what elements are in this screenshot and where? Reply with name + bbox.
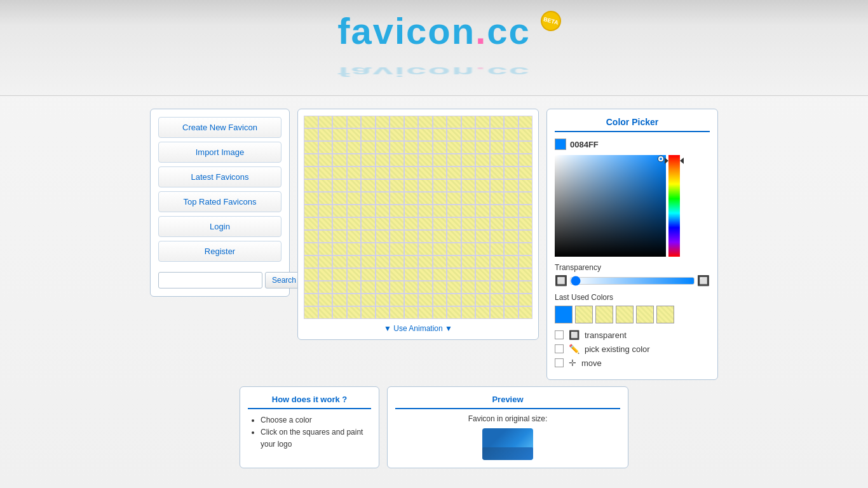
canvas-cell[interactable] <box>404 166 419 179</box>
canvas-cell[interactable] <box>475 205 490 217</box>
canvas-cell[interactable] <box>318 205 333 217</box>
canvas-cell[interactable] <box>332 192 347 205</box>
tool-checkbox-move[interactable] <box>555 358 564 367</box>
canvas-cell[interactable] <box>376 192 390 205</box>
canvas-cell[interactable] <box>461 154 476 166</box>
canvas-cell[interactable] <box>376 141 390 154</box>
animation-label[interactable]: ▼ Use Animation ▼ <box>384 324 452 333</box>
canvas-cell[interactable] <box>504 217 519 230</box>
canvas-cell[interactable] <box>475 166 490 179</box>
canvas-cell[interactable] <box>490 166 505 179</box>
canvas-cell[interactable] <box>318 192 333 205</box>
animation-bar[interactable]: ▼ Use Animation ▼ <box>381 324 455 333</box>
canvas-cell[interactable] <box>504 306 519 319</box>
canvas-cell[interactable] <box>433 243 447 255</box>
canvas-cell[interactable] <box>519 255 533 268</box>
canvas-cell[interactable] <box>490 154 505 166</box>
canvas-cell[interactable] <box>461 205 476 217</box>
canvas-cell[interactable] <box>304 294 318 306</box>
canvas-cell[interactable] <box>347 128 362 141</box>
canvas-cell[interactable] <box>519 243 533 255</box>
favicon-canvas[interactable] <box>304 116 532 319</box>
canvas-cell[interactable] <box>361 166 376 179</box>
canvas-cell[interactable] <box>390 166 404 179</box>
canvas-cell[interactable] <box>404 192 419 205</box>
canvas-cell[interactable] <box>304 166 318 179</box>
canvas-cell[interactable] <box>361 141 376 154</box>
canvas-cell[interactable] <box>390 243 404 255</box>
canvas-cell[interactable] <box>376 306 390 319</box>
canvas-cell[interactable] <box>461 243 476 255</box>
canvas-cell[interactable] <box>433 128 447 141</box>
swatch-pattern-1[interactable] <box>575 306 593 323</box>
canvas-cell[interactable] <box>376 281 390 294</box>
canvas-cell[interactable] <box>390 141 404 154</box>
canvas-cell[interactable] <box>461 166 476 179</box>
canvas-cell[interactable] <box>504 294 519 306</box>
canvas-cell[interactable] <box>447 205 461 217</box>
canvas-cell[interactable] <box>318 294 333 306</box>
canvas-cell[interactable] <box>390 268 404 281</box>
canvas-cell[interactable] <box>304 179 318 192</box>
canvas-cell[interactable] <box>447 116 461 128</box>
canvas-cell[interactable] <box>490 230 505 243</box>
canvas-cell[interactable] <box>390 255 404 268</box>
canvas-cell[interactable] <box>390 294 404 306</box>
canvas-cell[interactable] <box>519 281 533 294</box>
canvas-cell[interactable] <box>361 128 376 141</box>
canvas-cell[interactable] <box>475 306 490 319</box>
canvas-cell[interactable] <box>461 255 476 268</box>
canvas-cell[interactable] <box>461 179 476 192</box>
canvas-cell[interactable] <box>347 192 362 205</box>
swatch-pattern-5[interactable] <box>656 306 674 323</box>
canvas-cell[interactable] <box>361 281 376 294</box>
canvas-cell[interactable] <box>490 192 505 205</box>
canvas-cell[interactable] <box>376 294 390 306</box>
canvas-cell[interactable] <box>447 281 461 294</box>
canvas-cell[interactable] <box>404 154 419 166</box>
canvas-cell[interactable] <box>332 116 347 128</box>
canvas-cell[interactable] <box>519 166 533 179</box>
canvas-cell[interactable] <box>475 294 490 306</box>
canvas-cell[interactable] <box>433 154 447 166</box>
top-rated-button[interactable]: Top Rated Favicons <box>158 191 281 212</box>
canvas-cell[interactable] <box>304 128 318 141</box>
canvas-cell[interactable] <box>332 217 347 230</box>
canvas-cell[interactable] <box>504 205 519 217</box>
canvas-cell[interactable] <box>318 166 333 179</box>
canvas-cell[interactable] <box>318 154 333 166</box>
canvas-cell[interactable] <box>490 243 505 255</box>
canvas-cell[interactable] <box>504 255 519 268</box>
canvas-cell[interactable] <box>519 116 533 128</box>
canvas-cell[interactable] <box>504 154 519 166</box>
canvas-cell[interactable] <box>418 205 433 217</box>
canvas-cell[interactable] <box>347 205 362 217</box>
canvas-cell[interactable] <box>318 141 333 154</box>
latest-favicons-button[interactable]: Latest Favicons <box>158 166 281 187</box>
canvas-cell[interactable] <box>376 268 390 281</box>
canvas-cell[interactable] <box>490 116 505 128</box>
canvas-cell[interactable] <box>347 154 362 166</box>
canvas-cell[interactable] <box>461 141 476 154</box>
canvas-cell[interactable] <box>361 154 376 166</box>
canvas-cell[interactable] <box>519 154 533 166</box>
canvas-cell[interactable] <box>475 243 490 255</box>
canvas-cell[interactable] <box>447 192 461 205</box>
canvas-cell[interactable] <box>361 179 376 192</box>
canvas-cell[interactable] <box>519 268 533 281</box>
swatch-blue[interactable] <box>555 306 573 323</box>
canvas-cell[interactable] <box>347 255 362 268</box>
canvas-cell[interactable] <box>332 154 347 166</box>
tool-checkbox-pick[interactable] <box>555 344 564 353</box>
canvas-cell[interactable] <box>332 205 347 217</box>
canvas-cell[interactable] <box>304 141 318 154</box>
canvas-cell[interactable] <box>490 217 505 230</box>
canvas-cell[interactable] <box>490 294 505 306</box>
canvas-cell[interactable] <box>304 306 318 319</box>
canvas-cell[interactable] <box>475 192 490 205</box>
canvas-cell[interactable] <box>461 306 476 319</box>
canvas-cell[interactable] <box>519 306 533 319</box>
canvas-cell[interactable] <box>390 116 404 128</box>
canvas-cell[interactable] <box>304 243 318 255</box>
canvas-cell[interactable] <box>433 281 447 294</box>
